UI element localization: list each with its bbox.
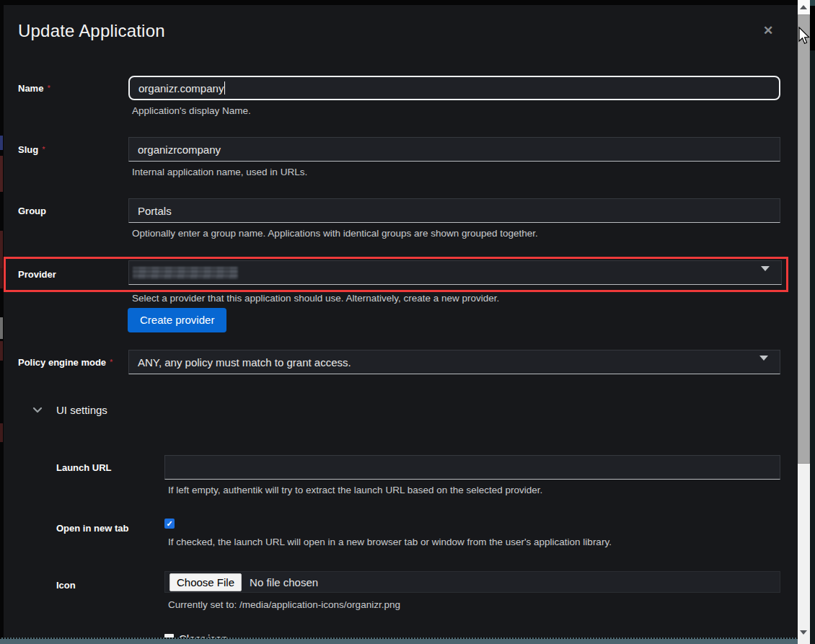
group-input[interactable]: Portals [128, 198, 780, 223]
group-label: Group [18, 206, 46, 216]
scrollbar-up-button[interactable] [798, 0, 810, 14]
group-field-row: Group Portals Optionally enter a group n… [18, 198, 780, 239]
file-chosen-status: No file chosen [250, 576, 318, 588]
provider-helper-text: Select a provider that this application … [132, 294, 780, 304]
provider-select[interactable] [128, 260, 782, 285]
right-edge-patch [810, 6, 815, 50]
page-title: Update Application [18, 20, 780, 42]
icon-helper-text: Currently set to: /media/application-ico… [168, 600, 780, 610]
ui-settings-group-header[interactable]: UI settings [18, 402, 780, 417]
update-application-modal: Update Application ✕ Name* organizr.comp… [0, 0, 815, 644]
open-in-new-tab-label: Open in new tab [56, 523, 128, 534]
open-in-new-tab-checkbox[interactable]: ✓ [164, 519, 175, 529]
provider-highlight-box: Provider [4, 257, 788, 292]
name-input[interactable]: organizr.company [128, 76, 780, 100]
choose-file-button[interactable]: Choose File [169, 573, 242, 591]
open-in-new-tab-row: Open in new tab ✓ If checked, the launch… [18, 518, 780, 547]
provider-redacted-value [133, 267, 238, 279]
right-edge-accent [810, 0, 815, 6]
close-icon[interactable]: ✕ [763, 23, 773, 38]
name-required-marker: * [47, 84, 50, 92]
left-edge-strip [0, 136, 3, 150]
slug-required-marker: * [42, 145, 45, 154]
caret-down-icon [761, 271, 770, 283]
group-input-value: Portals [138, 205, 172, 217]
icon-label: Icon [56, 580, 76, 591]
policy-required-marker: * [110, 358, 113, 366]
vertical-scrollbar[interactable] [798, 0, 810, 644]
window-right-edge [810, 0, 815, 644]
chevron-down-icon [32, 407, 43, 413]
provider-field-block: Provider Select a provider that this app… [18, 257, 780, 332]
name-input-value: organizr.company [138, 82, 224, 94]
bottom-page-band [0, 638, 798, 644]
slug-helper-text: Internal application name, used in URLs. [132, 167, 780, 177]
create-provider-button[interactable]: Create provider [128, 308, 226, 332]
scrollbar-thumb[interactable] [798, 14, 810, 464]
checkbox-check-icon: ✓ [166, 519, 172, 529]
slug-label: Slug [18, 144, 38, 155]
slug-input-value: organizrcompany [138, 144, 221, 156]
policy-engine-mode-row: Policy engine mode* ANY, any policy must… [18, 350, 780, 375]
name-helper-text: Application's display Name. [132, 106, 780, 116]
provider-label: Provider [18, 269, 56, 280]
left-edge-strip [0, 341, 3, 361]
slug-input[interactable]: organizrcompany [128, 137, 780, 162]
text-caret [224, 81, 225, 94]
ui-settings-label: UI settings [56, 404, 107, 416]
launch-url-helper-text: If left empty, authentik will try to ext… [168, 485, 780, 495]
left-edge-strip [0, 231, 3, 268]
group-helper-text: Optionally enter a group name. Applicati… [132, 229, 780, 239]
policy-engine-mode-select[interactable]: ANY, any policy must match to grant acce… [128, 350, 780, 374]
scroll-down-icon[interactable] [800, 630, 807, 635]
scroll-up-icon [800, 5, 807, 9]
left-edge-strip [0, 317, 3, 339]
launch-url-row: Launch URL If left empty, authentik will… [18, 455, 780, 495]
slug-field-row: Slug* organizrcompany Internal applicati… [18, 137, 780, 177]
icon-file-input[interactable]: Choose File No file chosen [164, 571, 780, 593]
launch-url-input[interactable] [164, 455, 780, 480]
policy-engine-mode-label: Policy engine mode [18, 357, 106, 368]
name-label: Name [18, 83, 43, 94]
mouse-cursor-icon [798, 27, 811, 48]
left-edge-strip [0, 423, 3, 442]
left-edge-strip [0, 156, 3, 192]
open-in-new-tab-helper-text: If checked, the launch URL will open in … [168, 537, 780, 547]
modal-body: Update Application ✕ Name* organizr.comp… [0, 0, 798, 644]
name-field-row: Name* organizr.company Application's dis… [18, 76, 780, 116]
caret-down-icon [759, 361, 768, 373]
window-top-edge [0, 0, 810, 5]
policy-engine-mode-value: ANY, any policy must match to grant acce… [138, 356, 351, 369]
icon-field-row: Icon Choose File No file chosen Currentl… [18, 571, 780, 610]
launch-url-label: Launch URL [56, 456, 112, 480]
left-edge-strip [0, 268, 3, 288]
